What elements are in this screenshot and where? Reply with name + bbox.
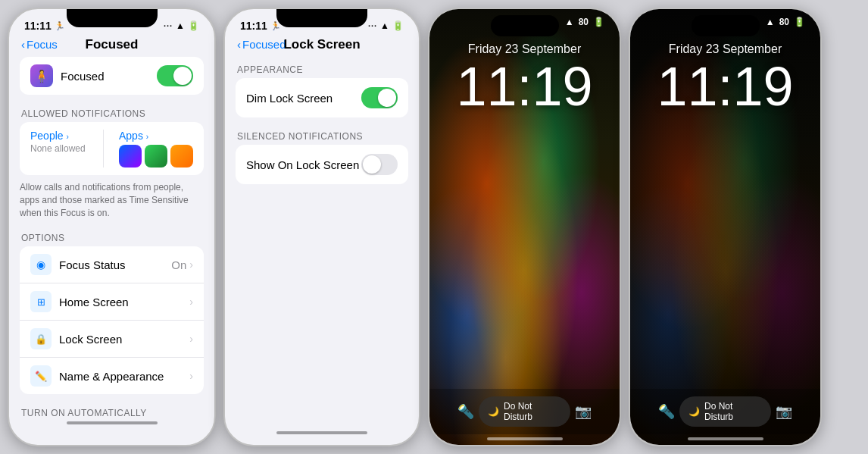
grid-icon: ⊞: [37, 296, 45, 308]
allowed-section-label: ALLOWED NOTIFICATIONS: [9, 101, 214, 122]
person-icon: 🧍: [34, 69, 49, 83]
dim-lock-row[interactable]: Dim Lock Screen: [236, 78, 408, 117]
notch: [67, 9, 158, 27]
status-time-2: 11:11: [240, 20, 267, 32]
notch-2: [276, 9, 367, 27]
battery-icon: 🔋: [188, 20, 199, 31]
back-label-2: Focused: [242, 38, 286, 51]
turn-on-section-label: TURN ON AUTOMATICALLY: [9, 400, 214, 417]
home-screen-chevron: ›: [189, 296, 193, 308]
chevron-people: ›: [66, 133, 68, 141]
home-screen-icon: ⊞: [30, 291, 52, 312]
focus-status-icon: ◉: [30, 254, 52, 275]
wifi-icon-3: ▲: [565, 17, 574, 27]
wifi-icon-4: ▲: [766, 17, 775, 27]
focused-toggle[interactable]: [157, 65, 193, 86]
battery-num-3: 80: [579, 17, 589, 27]
people-sub: None allowed: [30, 143, 88, 154]
camera-icon-3[interactable]: 📷: [570, 398, 597, 425]
dnd-badge-4: 🌙 Do Not Disturb: [679, 396, 771, 427]
allowed-desc: Allow calls and notifications from peopl…: [9, 178, 214, 225]
lock-home-3: [487, 437, 563, 440]
lock-screen-chevron: ›: [189, 333, 193, 345]
lock-time-4: 11:19: [645, 59, 805, 114]
dim-toggle-knob: [378, 89, 396, 107]
chevron-apps: ›: [146, 133, 148, 141]
dnd-label-3: Do Not Disturb: [504, 401, 561, 422]
dim-label: Dim Lock Screen: [246, 92, 361, 105]
people-col[interactable]: People › None allowed: [30, 130, 88, 168]
nav-bar-2: ‹ Focused Lock Screen: [225, 35, 419, 57]
focused-toggle-card: 🧍 Focused: [20, 57, 204, 95]
lock-bottom-4: 🔦 🌙 Do Not Disturb 📷: [630, 389, 820, 434]
lock-overlay-3: ▲ 80 🔋 Friday 23 September 11:19 🔦 🌙 Do …: [429, 9, 620, 445]
appearance-card: Dim Lock Screen: [236, 78, 408, 117]
wifi-icon: ▲: [176, 20, 185, 31]
home-screen-row[interactable]: ⊞ Home Screen ›: [20, 283, 204, 321]
runner-icon: 🏃: [55, 21, 65, 31]
toggle-knob: [173, 67, 192, 85]
name-appearance-chevron: ›: [189, 370, 193, 382]
chevron-left-icon: ‹: [21, 38, 25, 51]
appearance-section-label: APPEARANCE: [225, 57, 419, 78]
dim-toggle[interactable]: [361, 87, 398, 108]
options-card: ◉ Focus Status On › ⊞ Home Screen › 🔒 Lo…: [20, 246, 204, 394]
focus-status-row[interactable]: ◉ Focus Status On ›: [20, 246, 204, 283]
camera-icon-4[interactable]: 📷: [771, 398, 798, 425]
messenger-icon: [119, 145, 142, 168]
moon-icon-3: 🌙: [488, 406, 499, 417]
people-label: People ›: [30, 130, 88, 142]
phone-2-lock-settings: 11:11 🏃 ··· ▲ 🔋 ‹ Focused Lock Screen AP…: [223, 8, 420, 446]
name-appearance-label: Name & Appearance: [59, 370, 189, 383]
back-button-1[interactable]: ‹ Focus: [21, 38, 58, 51]
page-title-2: Lock Screen: [283, 37, 360, 52]
dnd-badge-3: 🌙 Do Not Disturb: [479, 396, 570, 427]
dynamic-island-4: [692, 15, 760, 36]
lock-date-3: Friday 23 September: [445, 42, 604, 56]
options-section-label: OPTIONS: [9, 225, 214, 246]
back-button-2[interactable]: ‹ Focused: [237, 38, 286, 51]
wifi-icon-2: ▲: [380, 20, 389, 31]
silenced-card: Show On Lock Screen: [236, 145, 408, 184]
focused-icon: 🧍: [30, 64, 53, 87]
home-indicator-1: [67, 421, 158, 424]
lock-screen-icon: 🔒: [30, 328, 52, 349]
flashlight-icon-3[interactable]: 🔦: [452, 398, 479, 425]
facetime-icon: [145, 145, 167, 168]
home-screen-label: Home Screen: [59, 296, 189, 308]
status-time-1: 11:11: [24, 20, 52, 32]
signal-dots: ···: [164, 21, 173, 30]
focus-status-chevron: ›: [189, 258, 193, 271]
dynamic-island-3: [491, 15, 559, 36]
lock-screen-row[interactable]: 🔒 Lock Screen ›: [20, 321, 204, 358]
name-appearance-icon: ✏️: [30, 365, 52, 387]
dnd-label-4: Do Not Disturb: [704, 401, 762, 422]
home-indicator-2: [276, 431, 367, 434]
lock-date-4: Friday 23 September: [645, 42, 805, 56]
show-toggle-knob: [363, 155, 381, 174]
show-toggle[interactable]: [361, 154, 398, 175]
flashlight-icon-4[interactable]: 🔦: [653, 398, 679, 425]
silenced-section-label: SILENCED NOTIFICATIONS: [225, 124, 419, 145]
lock-time-3: 11:19: [445, 59, 604, 114]
show-lock-row[interactable]: Show On Lock Screen: [236, 145, 408, 184]
lock-bottom-3: 🔦 🌙 Do Not Disturb 📷: [429, 389, 620, 434]
back-label-1: Focus: [27, 38, 58, 51]
pen-icon: ✏️: [35, 371, 47, 382]
battery-icon-4: 🔋: [794, 17, 805, 27]
page-title-1: Focused: [86, 37, 139, 52]
phone-1-focused-settings: 11:11 🏃 ··· ▲ 🔋 ‹ Focus Focused 🧍 Focuse…: [8, 8, 216, 446]
battery-num-4: 80: [779, 17, 789, 27]
lock-icon: 🔒: [35, 333, 47, 345]
allowed-row: People › None allowed Apps ›: [30, 130, 193, 168]
nav-bar-1: ‹ Focus Focused: [9, 35, 214, 57]
battery-icon-2: 🔋: [392, 20, 404, 31]
lock-overlay-4: ▲ 80 🔋 Friday 23 September 11:19 🔦 🌙 Do …: [630, 9, 820, 445]
circle-icon: ◉: [36, 258, 45, 271]
apps-col[interactable]: Apps ›: [119, 130, 193, 168]
allowed-notifications-card: People › None allowed Apps ›: [20, 122, 204, 175]
lock-time-section-4: Friday 23 September 11:19: [630, 27, 820, 121]
phone-3-lock-screen: ▲ 80 🔋 Friday 23 September 11:19 🔦 🌙 Do …: [428, 8, 621, 446]
focused-toggle-row[interactable]: 🧍 Focused: [20, 57, 204, 95]
name-appearance-row[interactable]: ✏️ Name & Appearance ›: [20, 358, 204, 394]
